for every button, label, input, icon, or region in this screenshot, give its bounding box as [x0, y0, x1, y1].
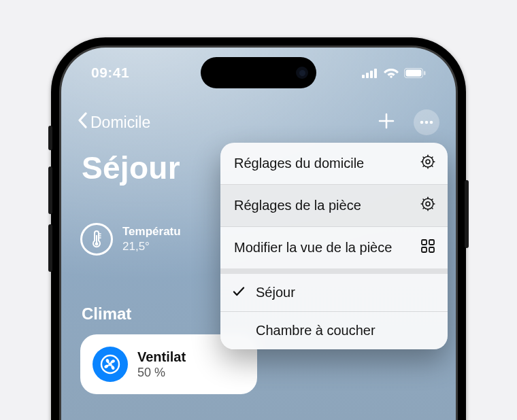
- thermometer-icon: [80, 223, 113, 256]
- more-button[interactable]: [414, 109, 439, 135]
- temperature-label: Températu: [122, 225, 181, 239]
- svg-rect-0: [362, 75, 365, 78]
- svg-rect-40: [422, 247, 427, 252]
- menu-item-label: Réglages de la pièce: [234, 197, 411, 214]
- menu-item-label: Réglages du domicile: [234, 155, 411, 172]
- svg-line-25: [432, 166, 433, 167]
- svg-line-27: [432, 157, 433, 158]
- svg-point-8: [420, 121, 424, 124]
- svg-point-11: [95, 243, 99, 246]
- svg-point-19: [426, 160, 430, 164]
- back-button[interactable]: Domicile: [78, 112, 150, 133]
- temperature-value: 21,5°: [122, 240, 181, 253]
- power-button: [465, 180, 469, 248]
- svg-line-24: [423, 157, 424, 158]
- svg-rect-3: [374, 69, 377, 78]
- gear-icon: [420, 154, 435, 173]
- temperature-widget[interactable]: Températu 21,5°: [80, 223, 181, 256]
- wifi-icon: [384, 67, 399, 78]
- camera-icon: [296, 67, 308, 79]
- tile-sub: 50 %: [137, 366, 186, 380]
- svg-point-10: [430, 121, 433, 124]
- status-time: 09:41: [91, 65, 129, 81]
- battery-icon: [404, 68, 426, 78]
- page-title: Séjour: [82, 150, 180, 186]
- svg-point-4: [390, 75, 393, 78]
- dynamic-island: [201, 57, 316, 88]
- menu-item-label: Modifier la vue de la pièce: [234, 239, 411, 256]
- side-button: [48, 126, 52, 150]
- svg-rect-41: [429, 247, 434, 252]
- menu-item-home-settings[interactable]: Réglages du domicile: [220, 143, 448, 184]
- svg-point-29: [426, 202, 430, 206]
- section-label: Climat: [82, 304, 131, 323]
- check-icon: [233, 285, 245, 300]
- chevron-left-icon: [78, 112, 88, 133]
- grid-icon: [420, 239, 435, 257]
- menu-item-room-settings[interactable]: Réglages de la pièce: [220, 185, 448, 226]
- room-label: Chambre à coucher: [256, 323, 376, 338]
- nav-bar: Domicile: [61, 105, 456, 140]
- context-menu: Réglages du domicile Réglages de la pièc…: [220, 143, 448, 349]
- room-option-chambre[interactable]: Chambre à coucher: [220, 312, 448, 349]
- svg-rect-38: [422, 240, 427, 245]
- room-label: Séjour: [256, 285, 295, 300]
- svg-line-37: [432, 199, 433, 200]
- menu-item-edit-view[interactable]: Modifier la vue de la pièce: [220, 227, 448, 268]
- phone-frame: 09:41: [51, 37, 466, 420]
- svg-line-26: [423, 166, 424, 167]
- svg-rect-2: [370, 71, 373, 78]
- room-option-sejour[interactable]: Séjour: [220, 274, 448, 311]
- svg-line-35: [432, 208, 433, 209]
- svg-rect-1: [366, 73, 369, 78]
- volume-up-button: [48, 167, 52, 214]
- fan-icon: [93, 347, 128, 382]
- svg-point-9: [425, 121, 429, 124]
- screen: 09:41: [61, 48, 456, 420]
- svg-line-36: [423, 208, 424, 209]
- svg-rect-6: [406, 69, 422, 76]
- add-button[interactable]: [377, 111, 396, 133]
- back-label: Domicile: [90, 113, 150, 132]
- svg-rect-7: [424, 71, 426, 75]
- gear-icon: [420, 196, 435, 215]
- cellular-icon: [362, 68, 378, 78]
- tile-title: Ventilat: [137, 349, 186, 365]
- volume-down-button: [48, 224, 52, 272]
- svg-line-34: [423, 199, 424, 200]
- svg-rect-39: [429, 240, 434, 245]
